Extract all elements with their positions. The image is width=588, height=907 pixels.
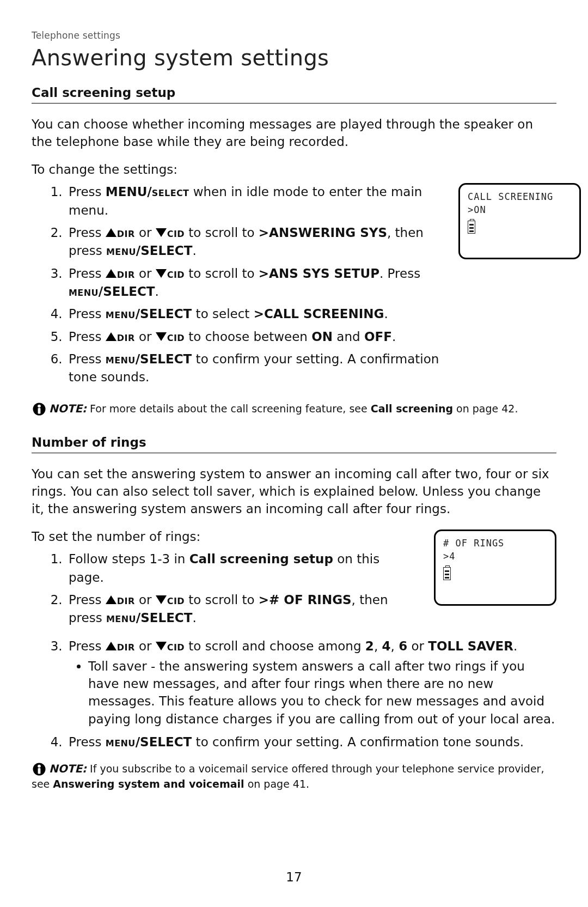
triangle-up-icon [106,269,117,278]
battery-icon [468,221,475,234]
lcd-line: >ON [468,204,572,215]
step: Press dir or cid to scroll to >ANSWERING… [66,224,442,260]
divider [32,103,556,104]
bullet-toll-saver: Toll saver - the answering system answer… [88,658,556,728]
svg-point-1 [38,405,41,408]
divider [32,453,556,453]
page-number: 17 [0,870,588,884]
section-heading-call-screening: Call screening setup [32,86,556,100]
step: Press dir or cid to scroll to >ANS SYS S… [66,265,442,301]
lcd-mockup-rings: # OF RINGS >4 [434,529,556,606]
lead-text-call-screening: To change the settings: [32,162,556,176]
lcd-mockup-call-screening: CALL SCREENING >ON [458,183,581,259]
page-title: Answering system settings [32,45,556,70]
step: Press dir or cid to choose between ON an… [66,328,442,346]
svg-point-4 [38,765,41,768]
info-icon [32,762,47,777]
note-rings: NOTE: If you subscribe to a voicemail se… [32,761,556,792]
triangle-up-icon [106,642,117,650]
steps-rings-partB: Press dir or cid to scroll and choose am… [32,637,556,751]
triangle-down-icon [156,642,167,650]
step: Press dir or cid to scroll to ># OF RING… [66,591,418,628]
triangle-up-icon [106,595,117,604]
triangle-up-icon [106,228,117,237]
triangle-down-icon [156,595,167,604]
svg-rect-5 [38,768,41,774]
note-call-screening: NOTE: For more details about the call sc… [32,401,556,417]
step: Follow steps 1-3 in Call screening setup… [66,550,418,587]
triangle-down-icon [156,269,167,278]
svg-rect-2 [38,408,41,414]
intro-text-call-screening: You can choose whether incoming messages… [32,115,556,150]
lcd-line: >4 [443,551,547,562]
triangle-down-icon [156,332,167,341]
lead-text-rings: To set the number of rings: [32,529,418,544]
battery-icon [443,567,451,580]
step: Press MENU/select when in idle mode to e… [66,183,442,220]
triangle-up-icon [106,332,117,341]
steps-call-screening: Press MENU/select when in idle mode to e… [32,183,442,386]
step: Press menu/SELECT to select >CALL SCREEN… [66,305,442,323]
triangle-down-icon [156,228,167,237]
step: Press menu/SELECT to confirm your settin… [66,350,442,387]
steps-rings-partA: Follow steps 1-3 in Call screening setup… [32,550,418,627]
section-heading-rings: Number of rings [32,435,556,449]
lcd-line: CALL SCREENING [468,191,572,202]
step: Press dir or cid to scroll and choose am… [66,637,556,728]
lcd-line: # OF RINGS [443,538,547,549]
intro-text-rings: You can set the answering system to answ… [32,465,556,518]
breadcrumb: Telephone settings [32,30,556,41]
step: Press menu/SELECT to confirm your settin… [66,733,556,751]
info-icon [32,401,47,417]
